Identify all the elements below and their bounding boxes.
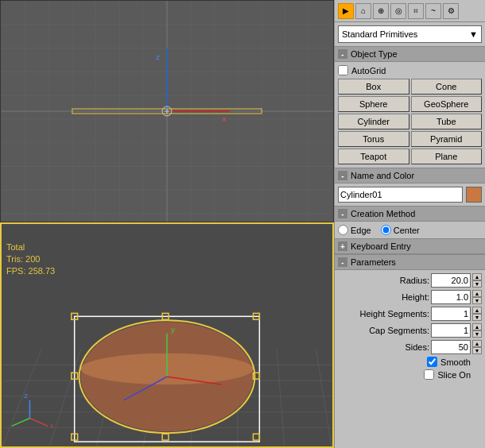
slice-on-label: Slice On [437,370,471,380]
keyboard-entry-collapse[interactable]: + [338,241,347,251]
edge-label: Edge [351,226,371,235]
object-type-section: AutoGrid Box Cone Sphere GeoSphere Cylin… [335,62,485,168]
toolbar-create-icon[interactable]: ⌂ [355,3,371,19]
sides-input[interactable] [431,340,471,354]
primitives-dropdown[interactable]: Standard Primitives ▼ [338,25,482,43]
toolbar-hierarchy-icon[interactable]: ◎ [390,3,406,19]
stats-overlay: Total Tris: 200 FPS: 258.73 [6,241,55,277]
object-type-collapse[interactable]: - [338,49,347,59]
teapot-button[interactable]: Teapot [338,149,409,164]
box-button[interactable]: Box [338,79,409,95]
toolbar-motion-icon[interactable]: ⌗ [408,3,424,19]
name-color-section [335,183,485,206]
svg-text:z: z [25,392,29,400]
name-color-title: Name and Color [351,171,414,180]
viewport-perspective[interactable]: Perspective [0,222,334,448]
height-spinner[interactable]: ▲ ▼ [472,290,482,304]
height-segments-spinner[interactable]: ▲ ▼ [472,307,482,321]
parameters-header: - Parameters [335,254,485,270]
height-down-icon[interactable]: ▼ [472,297,482,304]
cap-segments-up-icon[interactable]: ▲ [472,323,482,330]
svg-text:y: y [171,325,175,334]
viewport-area: Front [0,0,334,448]
cap-segments-input[interactable] [431,323,471,338]
creation-method-header: - Creation Method [335,206,485,222]
autogrid-label: AutoGrid [351,66,386,75]
height-segments-up-icon[interactable]: ▲ [472,307,482,314]
sides-down-icon[interactable]: ▼ [472,347,482,354]
creation-method-collapse[interactable]: - [338,209,347,218]
height-input[interactable] [431,290,471,304]
toolbar-select-icon[interactable]: ▶ [338,3,354,19]
height-segments-row: Height Segments: ▲ ▼ [338,307,482,321]
keyboard-entry-header: + Keyboard Entry [335,238,485,254]
tube-button[interactable]: Tube [411,114,483,129]
toolbar-display-icon[interactable]: ~ [425,3,441,19]
sphere-button[interactable]: Sphere [338,96,409,112]
edge-radio[interactable] [338,225,348,235]
color-swatch[interactable] [466,187,482,203]
name-input[interactable] [338,187,463,203]
radius-down-icon[interactable]: ▼ [472,280,482,288]
primitives-label: Standard Primitives [342,29,417,39]
object-type-header: - Object Type [335,46,485,62]
sides-row: Sides: ▲ ▼ [338,340,482,354]
geosphere-button[interactable]: GeoSphere [411,96,483,112]
svg-text:x: x [223,114,227,123]
toolbar: ▶ ⌂ ⊕ ◎ ⌗ ~ ⚙ [335,0,485,22]
cone-button[interactable]: Cone [411,79,483,95]
cap-segments-label: Cap Segments: [358,326,429,335]
dropdown-arrow-icon: ▼ [469,29,478,39]
tris-row: Tris: 200 [6,253,55,265]
fps-row: FPS: 258.73 [6,265,55,277]
object-type-title: Object Type [351,49,398,59]
toolbar-modify-icon[interactable]: ⊕ [373,3,389,19]
keyboard-entry-title: Keyboard Entry [351,241,411,251]
sides-up-icon[interactable]: ▲ [472,340,482,347]
parameters-section: Radius: ▲ ▼ Height: ▲ ▼ Height Segments:… [335,270,485,385]
slice-on-checkbox[interactable] [424,369,434,380]
fps-label: FPS: [6,266,25,276]
name-color-collapse[interactable]: - [338,171,347,180]
center-label: Center [394,226,420,235]
total-label: Total [6,241,55,253]
svg-text:z: z [156,52,160,61]
cylinder-button[interactable]: Cylinder [338,114,409,129]
smooth-label: Smooth [440,357,471,367]
smooth-checkbox[interactable] [427,357,437,367]
edge-radio-item: Edge [338,225,371,235]
radius-input[interactable] [431,273,471,288]
radius-up-icon[interactable]: ▲ [472,273,482,280]
parameters-collapse[interactable]: - [338,257,347,267]
center-radio[interactable] [381,225,391,235]
sides-label: Sides: [358,342,429,352]
autogrid-row: AutoGrid [338,65,482,75]
height-up-icon[interactable]: ▲ [472,290,482,297]
svg-text:x: x [225,379,229,388]
pyramid-button[interactable]: Pyramid [411,131,483,147]
cap-segments-down-icon[interactable]: ▼ [472,330,482,338]
radius-label: Radius: [358,276,429,285]
autogrid-checkbox[interactable] [338,65,348,75]
svg-text:x: x [50,422,54,430]
height-segments-down-icon[interactable]: ▼ [472,314,482,321]
height-segments-input[interactable] [431,307,471,321]
cap-segments-spinner[interactable]: ▲ ▼ [472,323,482,338]
object-type-buttons: Box Cone Sphere GeoSphere Cylinder Tube … [338,79,482,164]
creation-method-section: Edge Center [335,222,485,238]
toolbar-utilities-icon[interactable]: ⚙ [443,3,459,19]
front-viewport-svg: z x [1,1,333,222]
viewport-front[interactable]: Front [0,0,334,222]
plane-button[interactable]: Plane [411,149,483,164]
smooth-row: Smooth [338,357,482,367]
tris-label: Tris: [6,254,23,264]
torus-button[interactable]: Torus [338,131,409,147]
creation-method-radios: Edge Center [338,225,482,235]
radius-spinner[interactable]: ▲ ▼ [472,273,482,288]
height-row: Height: ▲ ▼ [338,290,482,304]
tris-value: 200 [25,254,40,264]
radius-row: Radius: ▲ ▼ [338,273,482,288]
height-label: Height: [358,292,429,302]
name-color-header: - Name and Color [335,168,485,183]
sides-spinner[interactable]: ▲ ▼ [472,340,482,354]
